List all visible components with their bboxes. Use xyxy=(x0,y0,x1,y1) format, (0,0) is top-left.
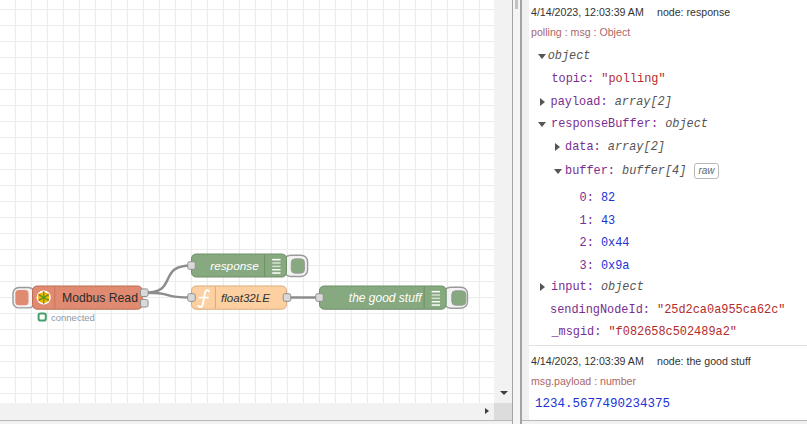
svg-text:Modbus Read: Modbus Read xyxy=(62,291,138,305)
svg-text:float32LE: float32LE xyxy=(221,291,270,304)
svg-text:connected: connected xyxy=(51,312,95,323)
svg-text:the good stuff: the good stuff xyxy=(349,291,423,305)
svg-text:response: response xyxy=(210,259,259,273)
